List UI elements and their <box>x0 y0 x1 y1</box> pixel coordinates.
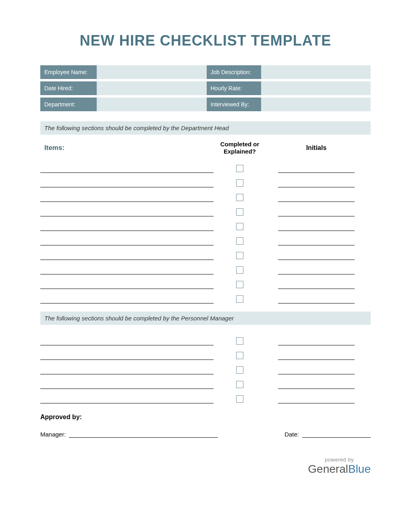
completed-checkbox[interactable] <box>236 179 243 187</box>
initials-line[interactable] <box>278 187 355 202</box>
initials-line[interactable] <box>278 158 355 173</box>
checkbox-cell <box>214 360 266 374</box>
page-title: NEW HIRE CHECKLIST TEMPLATE <box>40 32 371 49</box>
completed-checkbox[interactable] <box>236 281 243 288</box>
completed-checkbox[interactable] <box>236 395 243 403</box>
item-line[interactable] <box>40 374 214 389</box>
interviewed-by-field[interactable] <box>261 98 371 111</box>
approved-by-label: Approved by: <box>40 414 371 421</box>
item-line[interactable] <box>40 260 214 274</box>
signature-row: Manager: Date: <box>40 431 371 438</box>
checklist-header: Items: Completed or Explained? Initials <box>40 141 371 155</box>
checklist-row <box>40 173 371 187</box>
checklist-row <box>40 187 371 202</box>
completed-checkbox[interactable] <box>236 366 243 374</box>
completed-checkbox[interactable] <box>236 252 243 259</box>
item-line[interactable] <box>40 274 214 289</box>
job-description-label: Job Description: <box>207 65 261 79</box>
date-signature-line[interactable] <box>302 437 371 438</box>
checklist-row <box>40 231 371 245</box>
completed-checkbox[interactable] <box>236 223 243 230</box>
item-line[interactable] <box>40 158 214 173</box>
checklist-row <box>40 216 371 231</box>
hourly-rate-field[interactable] <box>261 81 371 95</box>
checkbox-cell <box>214 260 266 274</box>
checkbox-cell <box>214 231 266 245</box>
checkbox-cell <box>214 345 266 360</box>
completed-checkbox[interactable] <box>236 165 243 172</box>
initials-line[interactable] <box>278 274 355 289</box>
checklist-row <box>40 260 371 274</box>
brand-logo: GeneralBlue <box>308 463 371 476</box>
checkbox-cell <box>214 331 266 345</box>
completed-checkbox[interactable] <box>236 295 243 303</box>
checklist-row <box>40 202 371 216</box>
completed-checkbox[interactable] <box>236 208 243 216</box>
completed-checkbox[interactable] <box>236 381 243 388</box>
section1-rows <box>40 158 371 303</box>
initials-line[interactable] <box>278 202 355 216</box>
checkbox-cell <box>214 158 266 173</box>
checkbox-cell <box>214 173 266 187</box>
completed-checkbox[interactable] <box>236 266 243 274</box>
section1-instruction: The following sections should be complet… <box>40 121 371 135</box>
page-container: NEW HIRE CHECKLIST TEMPLATE Employee Nam… <box>0 0 411 532</box>
item-line[interactable] <box>40 245 214 260</box>
completed-checkbox[interactable] <box>236 194 243 201</box>
item-line[interactable] <box>40 173 214 187</box>
completed-checkbox[interactable] <box>236 237 243 245</box>
initials-line[interactable] <box>278 331 355 345</box>
employee-name-field[interactable] <box>97 65 207 79</box>
date-hired-field[interactable] <box>97 81 207 95</box>
checklist-row <box>40 389 371 403</box>
initials-line[interactable] <box>278 389 355 403</box>
checklist-row <box>40 245 371 260</box>
initials-line[interactable] <box>278 231 355 245</box>
initials-line[interactable] <box>278 289 355 303</box>
checklist-row <box>40 289 371 303</box>
item-line[interactable] <box>40 389 214 403</box>
initials-line[interactable] <box>278 374 355 389</box>
initials-line[interactable] <box>278 245 355 260</box>
header-completed: Completed or Explained? <box>214 141 266 155</box>
item-line[interactable] <box>40 216 214 231</box>
item-line[interactable] <box>40 345 214 360</box>
footer-branding: powered by GeneralBlue <box>308 457 371 476</box>
department-label: Department: <box>40 98 97 111</box>
date-label: Date: <box>284 431 299 438</box>
completed-checkbox[interactable] <box>236 352 243 359</box>
header-items: Items: <box>40 144 214 152</box>
checkbox-cell <box>214 274 266 289</box>
initials-line[interactable] <box>278 260 355 274</box>
item-line[interactable] <box>40 187 214 202</box>
initials-line[interactable] <box>278 360 355 374</box>
item-line[interactable] <box>40 360 214 374</box>
job-description-field[interactable] <box>261 65 371 79</box>
checkbox-cell <box>214 216 266 231</box>
checklist-row <box>40 158 371 173</box>
item-line[interactable] <box>40 231 214 245</box>
department-field[interactable] <box>97 98 207 111</box>
manager-signature-line[interactable] <box>69 437 218 438</box>
brand-part2: Blue <box>348 463 371 475</box>
initials-line[interactable] <box>278 345 355 360</box>
initials-line[interactable] <box>278 173 355 187</box>
header-initials: Initials <box>278 144 355 152</box>
item-line[interactable] <box>40 202 214 216</box>
checklist-row <box>40 374 371 389</box>
manager-label: Manager: <box>40 431 66 438</box>
employee-name-label: Employee Name: <box>40 65 97 79</box>
interviewed-by-label: Interviewed By: <box>207 98 261 111</box>
item-line[interactable] <box>40 331 214 345</box>
checkbox-cell <box>214 202 266 216</box>
section2-instruction: The following sections should be complet… <box>40 312 371 325</box>
initials-line[interactable] <box>278 216 355 231</box>
checkbox-cell <box>214 374 266 389</box>
checklist-row <box>40 345 371 360</box>
hourly-rate-label: Hourly Rate: <box>207 81 261 95</box>
checklist-row <box>40 360 371 374</box>
completed-checkbox[interactable] <box>236 337 243 345</box>
item-line[interactable] <box>40 289 214 303</box>
checklist-row <box>40 331 371 345</box>
checkbox-cell <box>214 187 266 202</box>
